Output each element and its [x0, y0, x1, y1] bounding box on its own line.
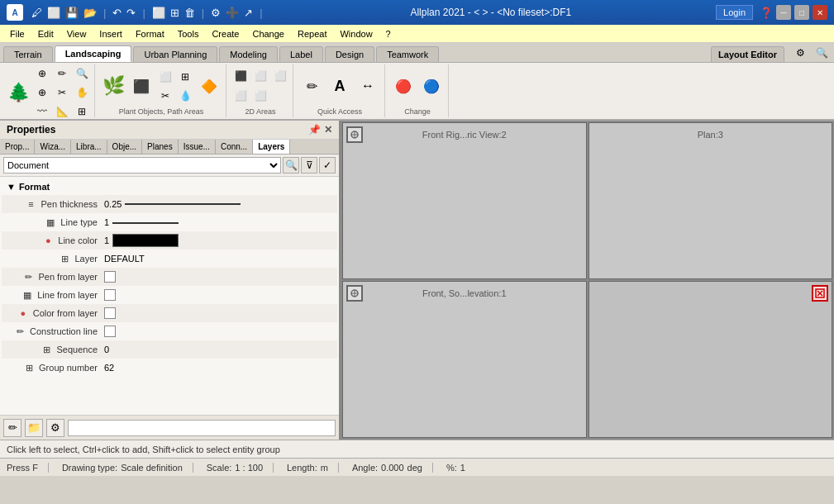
- tab-design[interactable]: Design: [325, 46, 374, 62]
- menu-view[interactable]: View: [60, 27, 93, 40]
- viewport-pane-4[interactable]: [589, 281, 833, 438]
- pin-icon[interactable]: 📌: [308, 124, 321, 136]
- tab-obje[interactable]: Obje...: [107, 140, 142, 154]
- btn-scissors[interactable]: ✂: [53, 83, 71, 102]
- tab-issue[interactable]: Issue...: [179, 140, 216, 154]
- prop-input[interactable]: [68, 420, 336, 436]
- line-from-layer-checkbox[interactable]: [104, 289, 116, 301]
- ribbon-search-icon[interactable]: 🔍: [813, 44, 831, 62]
- tab-planes[interactable]: Planes: [142, 140, 179, 154]
- qa-undo[interactable]: ↶: [111, 5, 123, 21]
- login-button[interactable]: Login: [716, 5, 753, 20]
- btn-2d2[interactable]: ⬜: [251, 67, 269, 85]
- qa-settings[interactable]: ⚙: [209, 5, 222, 21]
- site-plan-tree-btn[interactable]: 🌲: [5, 79, 31, 106]
- btn-ruler[interactable]: 📐: [53, 102, 71, 121]
- btn-2d1[interactable]: ⬛: [231, 67, 250, 85]
- tab-wiza[interactable]: Wiza...: [35, 140, 71, 154]
- menu-edit[interactable]: Edit: [31, 27, 60, 40]
- color-from-layer-checkbox[interactable]: [104, 307, 116, 319]
- btn-circle-nav2[interactable]: ⊕: [33, 83, 51, 102]
- menu-format[interactable]: Format: [129, 27, 171, 40]
- tab-modeling[interactable]: Modeling: [219, 46, 278, 62]
- plant-area-btn[interactable]: ⬛: [128, 73, 155, 99]
- maximize-button[interactable]: □: [794, 5, 809, 20]
- tab-prop[interactable]: Prop...: [0, 140, 35, 154]
- prop-folder-btn[interactable]: 📁: [25, 419, 43, 437]
- plant-special-btn[interactable]: 🔶: [196, 73, 222, 99]
- prop-edit-btn[interactable]: ✏: [3, 419, 21, 437]
- btn-p1[interactable]: ⬜: [156, 68, 174, 86]
- menu-help[interactable]: ?: [379, 27, 398, 40]
- prop-settings-btn[interactable]: ⚙: [46, 419, 64, 437]
- btn-2d5[interactable]: ⬜: [251, 87, 269, 105]
- color-swatch[interactable]: [112, 234, 179, 247]
- qa-expand[interactable]: ↗: [242, 5, 255, 21]
- viewport-pane-plan[interactable]: Plan:3: [589, 122, 833, 279]
- menu-file[interactable]: File: [3, 27, 31, 40]
- filter-funnel-btn[interactable]: ⊽: [301, 157, 317, 174]
- menu-tools[interactable]: Tools: [171, 27, 206, 40]
- tab-label[interactable]: Label: [279, 46, 323, 62]
- qa-delete[interactable]: 🗑: [183, 5, 197, 21]
- viewport-pane-front-right[interactable]: Front Rig...ric View:2: [342, 122, 587, 279]
- qa-select[interactable]: ⬜: [150, 5, 167, 21]
- qa-copy[interactable]: ⊞: [169, 5, 181, 21]
- collapse-icon: ▼: [7, 182, 16, 192]
- btn-p4[interactable]: 💧: [176, 87, 194, 105]
- minimize-button[interactable]: ─: [776, 5, 791, 20]
- tab-terrain[interactable]: Terrain: [3, 46, 53, 62]
- btn-zoom[interactable]: 🔍: [73, 64, 91, 83]
- qa-add[interactable]: ➕: [224, 5, 241, 21]
- qa-redo[interactable]: ↷: [125, 5, 137, 21]
- plant-btn[interactable]: 🌿: [100, 73, 126, 99]
- btn-circle-nav[interactable]: ⊕: [33, 64, 51, 83]
- quick-text-btn[interactable]: A: [326, 73, 353, 99]
- tab-urban-planning[interactable]: Urban Planning: [133, 46, 217, 62]
- menu-insert[interactable]: Insert: [93, 27, 129, 40]
- menu-window[interactable]: Window: [333, 27, 379, 40]
- document-filter-select[interactable]: Document: [3, 157, 281, 174]
- sequence-value: 0: [104, 345, 109, 354]
- group-number-value: 62: [104, 363, 114, 373]
- tab-landscaping[interactable]: Landscaping: [55, 45, 132, 62]
- qa-save[interactable]: 💾: [64, 5, 80, 21]
- qa-box[interactable]: ⬜: [45, 5, 62, 21]
- viewport-icon-1[interactable]: [346, 126, 363, 143]
- menu-change[interactable]: Change: [245, 27, 291, 40]
- close-button[interactable]: ✕: [813, 5, 827, 20]
- btn-fit[interactable]: ⊞: [73, 102, 91, 121]
- filter-search-btn[interactable]: 🔍: [283, 157, 299, 174]
- tab-layout-editor[interactable]: Layout Editor: [711, 46, 784, 62]
- btn-p2[interactable]: ✂: [156, 87, 174, 105]
- filter-check-btn[interactable]: ✓: [319, 157, 336, 174]
- viewport-pane-front-south[interactable]: Front, So...levation:1: [342, 281, 587, 438]
- menu-create[interactable]: Create: [205, 27, 245, 40]
- ribbon-settings-icon[interactable]: ⚙: [791, 44, 809, 62]
- viewport-icon-3[interactable]: [346, 285, 363, 302]
- change-red-btn[interactable]: 🔴: [390, 73, 417, 99]
- qa-new[interactable]: 🖊: [30, 5, 44, 21]
- btn-2d3[interactable]: ⬜: [271, 67, 289, 85]
- btn-move[interactable]: ✋: [73, 83, 91, 102]
- tab-layers[interactable]: Layers: [253, 140, 290, 154]
- ribbon-group-2d: ⬛ ⬜ ⬜ ⬜ ⬜ 2D Areas: [228, 64, 293, 117]
- change-blue-btn[interactable]: 🔵: [418, 73, 445, 99]
- quick-pen-btn[interactable]: ✏: [298, 73, 325, 99]
- menu-repeat[interactable]: Repeat: [291, 27, 333, 40]
- tab-conn[interactable]: Conn...: [216, 140, 253, 154]
- btn-pen[interactable]: ✏: [53, 64, 71, 83]
- qa-open[interactable]: 📂: [82, 5, 98, 21]
- btn-2d4[interactable]: ⬜: [231, 87, 250, 105]
- help-icon[interactable]: ❓: [760, 7, 773, 19]
- pen-from-layer-checkbox[interactable]: [104, 271, 116, 283]
- btn-wave[interactable]: 〰: [33, 102, 51, 121]
- tab-libra[interactable]: Libra...: [71, 140, 107, 154]
- properties-close-icon[interactable]: ✕: [324, 124, 332, 136]
- format-section-header[interactable]: ▼ Format: [2, 178, 337, 195]
- tab-teamwork[interactable]: Teamwork: [376, 46, 439, 62]
- viewport-icon-4-red[interactable]: [812, 285, 828, 302]
- construction-line-checkbox[interactable]: [104, 326, 116, 337]
- quick-dim-btn[interactable]: ↔: [355, 73, 381, 99]
- btn-p3[interactable]: ⊞: [176, 68, 194, 86]
